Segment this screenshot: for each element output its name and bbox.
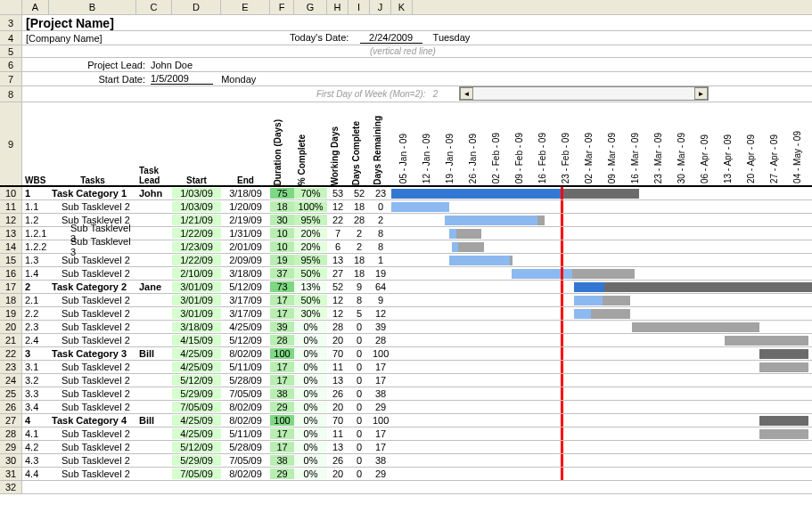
row-number[interactable]: 25 xyxy=(0,387,22,400)
cell-days-remaining[interactable]: 0 xyxy=(370,201,391,212)
cell-start[interactable]: 7/05/09 xyxy=(172,468,221,479)
cell-end[interactable]: 3/18/09 xyxy=(221,188,270,199)
table-row[interactable]: 151.3Sub Tasklevel 21/22/092/09/091995%1… xyxy=(0,254,812,267)
cell-wbs[interactable]: 4.3 xyxy=(22,455,49,466)
cell-pct[interactable]: 0% xyxy=(294,468,327,479)
cell-days-remaining[interactable]: 9 xyxy=(370,295,391,305)
cell-task[interactable]: Sub Tasklevel 2 xyxy=(49,468,136,479)
cell-duration[interactable]: 73 xyxy=(270,281,294,292)
cell-end[interactable]: 5/11/09 xyxy=(221,362,270,372)
cell-days-remaining[interactable]: 23 xyxy=(370,188,391,199)
cell-task[interactable]: Task Category 1 xyxy=(49,188,136,199)
cell-pct[interactable]: 0% xyxy=(294,362,327,372)
cell-start[interactable]: 5/29/09 xyxy=(172,388,221,399)
row-number[interactable]: 5 xyxy=(0,45,22,57)
cell-working-days[interactable]: 53 xyxy=(327,188,349,199)
row-number[interactable]: 6 xyxy=(0,58,22,71)
cell-days-remaining[interactable]: 28 xyxy=(370,335,391,346)
table-row[interactable]: 294.2Sub Tasklevel 25/12/095/28/09170%13… xyxy=(0,441,812,454)
cell-wbs[interactable]: 1.2 xyxy=(22,215,49,225)
cell-task[interactable]: Sub Tasklevel 2 xyxy=(49,388,136,399)
cell-lead[interactable]: Jane xyxy=(136,281,172,292)
cell-start[interactable]: 1/22/09 xyxy=(172,228,221,239)
col-header-working-days[interactable]: Working Days xyxy=(330,126,340,186)
cell-lead[interactable]: Bill xyxy=(136,415,172,426)
cell-days-remaining[interactable]: 1 xyxy=(370,255,391,265)
table-row[interactable]: 111.1Sub Tasklevel 21/03/091/20/0918100%… xyxy=(0,200,812,214)
cell-days-remaining[interactable]: 29 xyxy=(370,468,391,479)
column-letter[interactable]: D xyxy=(172,0,221,14)
col-header-tasks[interactable]: Tasks xyxy=(49,102,136,185)
table-row[interactable]: 284.1Sub Tasklevel 24/25/095/11/09170%11… xyxy=(0,427,812,441)
column-letter[interactable]: A xyxy=(22,0,49,14)
cell-working-days[interactable]: 27 xyxy=(327,268,349,279)
cell-days-complete[interactable]: 2 xyxy=(349,228,370,239)
table-row[interactable]: 161.4Sub Tasklevel 22/10/093/18/093750%2… xyxy=(0,267,812,281)
cell-days-complete[interactable]: 28 xyxy=(349,215,370,225)
row-number[interactable]: 27 xyxy=(0,414,22,427)
scroll-track[interactable] xyxy=(473,87,694,100)
cell-pct[interactable]: 70% xyxy=(294,188,327,199)
cell-start[interactable]: 3/18/09 xyxy=(172,321,221,332)
cell-wbs[interactable]: 1.2.1 xyxy=(22,228,49,239)
row-number[interactable]: 12 xyxy=(0,214,22,226)
cell-days-remaining[interactable]: 100 xyxy=(370,348,391,359)
cell-duration[interactable]: 30 xyxy=(270,215,294,225)
cell-start[interactable]: 5/12/09 xyxy=(172,375,221,386)
cell-wbs[interactable]: 4.4 xyxy=(22,468,49,479)
cell-pct[interactable]: 0% xyxy=(294,455,327,466)
cell-task[interactable]: Sub Tasklevel 2 xyxy=(49,455,136,466)
cell-wbs[interactable]: 4 xyxy=(22,415,49,426)
cell-days-remaining[interactable]: 17 xyxy=(370,442,391,452)
scroll-left-icon[interactable]: ◄ xyxy=(460,87,473,100)
table-row[interactable]: 314.4Sub Tasklevel 27/05/098/02/09290%20… xyxy=(0,468,812,481)
cell-days-remaining[interactable]: 38 xyxy=(370,388,391,399)
cell-duration[interactable]: 17 xyxy=(270,362,294,372)
cell-end[interactable]: 2/19/09 xyxy=(221,215,270,225)
cell-working-days[interactable]: 52 xyxy=(327,281,349,292)
column-letter[interactable]: C xyxy=(136,0,172,14)
cell-days-complete[interactable]: 2 xyxy=(349,241,370,252)
cell-wbs[interactable]: 3.1 xyxy=(22,362,49,372)
cell-pct[interactable]: 0% xyxy=(294,415,327,426)
col-header-lead[interactable]: Task Lead xyxy=(136,102,172,185)
cell-task[interactable]: Sub Tasklevel 2 xyxy=(49,268,136,279)
table-row[interactable]: 172Task Category 2Jane3/01/095/12/097313… xyxy=(0,281,812,294)
cell-wbs[interactable]: 2 xyxy=(22,281,49,292)
cell-wbs[interactable]: 1.3 xyxy=(22,255,49,265)
cell-task[interactable]: Sub Tasklevel 2 xyxy=(49,255,136,265)
cell-days-remaining[interactable]: 17 xyxy=(370,428,391,439)
cell-end[interactable]: 1/31/09 xyxy=(221,228,270,239)
cell-working-days[interactable]: 28 xyxy=(327,321,349,332)
row-number[interactable]: 32 xyxy=(0,481,22,493)
cell-wbs[interactable]: 3 xyxy=(22,348,49,359)
cell-days-complete[interactable]: 9 xyxy=(349,281,370,292)
cell-task[interactable]: Sub Tasklevel 2 xyxy=(49,335,136,346)
cell-duration[interactable]: 38 xyxy=(270,455,294,466)
cell-end[interactable]: 8/02/09 xyxy=(221,348,270,359)
cell-wbs[interactable]: 1.4 xyxy=(22,268,49,279)
cell-working-days[interactable]: 7 xyxy=(327,228,349,239)
col-header-end[interactable]: End xyxy=(221,102,270,185)
todays-date[interactable]: 2/24/2009 xyxy=(360,32,422,44)
cell-days-complete[interactable]: 0 xyxy=(349,348,370,359)
cell-days-remaining[interactable]: 29 xyxy=(370,402,391,412)
cell-days-complete[interactable]: 0 xyxy=(349,362,370,372)
cell-pct[interactable]: 50% xyxy=(294,295,327,305)
column-letter[interactable]: I xyxy=(349,0,370,14)
cell-wbs[interactable]: 3.3 xyxy=(22,388,49,399)
cell-wbs[interactable]: 2.1 xyxy=(22,295,49,305)
cell-end[interactable]: 8/02/09 xyxy=(221,402,270,412)
row-number[interactable]: 31 xyxy=(0,468,22,480)
cell-duration[interactable]: 10 xyxy=(270,241,294,252)
project-name[interactable]: [Project Name] xyxy=(26,16,114,30)
cell-end[interactable]: 4/25/09 xyxy=(221,321,270,332)
cell-duration[interactable]: 17 xyxy=(270,295,294,305)
col-header-start[interactable]: Start xyxy=(172,102,221,185)
cell-working-days[interactable]: 70 xyxy=(327,348,349,359)
cell-working-days[interactable]: 20 xyxy=(327,335,349,346)
table-row[interactable]: 274Task Category 4Bill4/25/098/02/091000… xyxy=(0,414,812,427)
row-number[interactable]: 30 xyxy=(0,454,22,467)
cell-start[interactable]: 4/25/09 xyxy=(172,415,221,426)
column-letter[interactable]: K xyxy=(391,0,413,14)
